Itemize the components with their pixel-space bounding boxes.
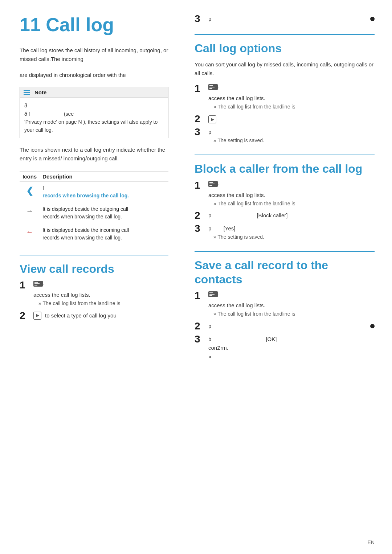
calllog-icon (208, 181, 219, 191)
svg-rect-1 (34, 282, 38, 283)
calllog-icon (208, 291, 219, 301)
options-step-1: 1 access the call log lists. The cal (195, 84, 375, 111)
svg-rect-18 (209, 295, 212, 296)
section-divider-block (195, 155, 375, 155)
step-content: access the call log lists. The call log … (208, 181, 375, 208)
step-number: 2 (20, 311, 33, 321)
bullet-dot (370, 17, 375, 21)
svg-rect-7 (209, 87, 215, 87)
step-content: access the call log lists. The call log … (208, 84, 375, 111)
section-divider-view (20, 255, 168, 255)
step-p-text: p (208, 15, 211, 23)
step-number: 3 (195, 127, 208, 137)
chapter-title: 11 Call log (20, 15, 168, 35)
step-content: p The setting is saved. (208, 128, 375, 144)
section-divider-save (195, 251, 375, 252)
icons-table: Icons Description ❮ f records when brows… (20, 172, 168, 245)
step-number: 3 (195, 14, 208, 24)
step-content: p (208, 322, 375, 331)
call-log-options-desc: You can sort your call log by missed cal… (195, 60, 375, 78)
step-number: 1 (20, 280, 33, 290)
block-step-1: 1 access the call log lists. The cal (195, 181, 375, 208)
save-step-3: 3 b [OK] conZrm. » (195, 335, 375, 361)
nav-icon: ▶ (33, 312, 41, 320)
save-step-1: 1 access the call log lists. The cal (195, 291, 375, 318)
step-content: p [Yes] The setting is saved. (208, 224, 375, 241)
bullet-dot (370, 324, 375, 328)
mid-text-2: The icons shown next to a call log entry… (20, 145, 168, 163)
step-number: 2 (195, 210, 208, 221)
step-2-view: 2 ▶ to select a type of call log you (20, 311, 168, 321)
step-content: p [Block caller] (208, 211, 375, 220)
svg-rect-11 (209, 182, 213, 183)
section-divider-options (195, 34, 375, 35)
note-header: Note (20, 87, 168, 98)
step-number: 3 (195, 223, 208, 234)
desc-incoming: It is displayed beside the incoming call… (40, 223, 168, 245)
step-content: access the call log lists. The call log … (208, 291, 375, 318)
step-number: 2 (195, 114, 208, 124)
step-content: ▶ (208, 115, 375, 124)
step-number: 2 (195, 321, 208, 331)
svg-rect-3 (34, 285, 37, 286)
step-content: ▶ to select a type of call log you (33, 311, 168, 320)
step-number: 3 (195, 334, 208, 344)
table-row: ❮ f records when browsing the call log. (20, 181, 168, 202)
col-icons: Icons (20, 172, 40, 181)
desc-missed: f records when browsing the call log. (40, 181, 168, 202)
note-line1: ð (24, 102, 164, 110)
svg-rect-2 (34, 283, 40, 284)
calllog-icon (208, 84, 219, 94)
note-box: Note ð ð f (see 'Privacy mode' on page N… (20, 87, 168, 138)
step-content: b [OK] conZrm. » (208, 335, 375, 361)
svg-rect-17 (209, 294, 215, 295)
step-number: 1 (195, 83, 208, 94)
intro-text: The call log stores the call history of … (20, 46, 168, 63)
call-log-options-title: Call log options (195, 41, 375, 55)
options-step-2: 2 ▶ (195, 115, 375, 124)
block-caller-title: Block a caller from the call log (195, 162, 375, 176)
nav-icon: ▶ (208, 115, 216, 123)
svg-rect-13 (209, 185, 212, 186)
block-step-3: 3 p [Yes] The setting is saved. (195, 224, 375, 241)
icons-section: Icons Description ❮ f records when brows… (20, 172, 168, 245)
calllog-icon (33, 281, 44, 291)
step-1-view: 1 access the call log lists. The cal (20, 281, 168, 307)
step-content: access the call log lists. The call log … (33, 281, 168, 307)
page-footer: EN (368, 539, 375, 545)
step-number: 1 (195, 180, 208, 190)
step-3-top: 3 p (195, 15, 375, 24)
svg-rect-12 (209, 184, 215, 184)
note-title: Note (34, 89, 46, 95)
icon-missed: ❮ (20, 181, 40, 202)
view-records-title: View call records (20, 262, 168, 276)
table-row: ← It is displayed beside the incoming ca… (20, 223, 168, 245)
icon-incoming: ← (20, 223, 40, 245)
col-description: Description (40, 172, 168, 181)
note-line2: ð f (see (24, 110, 164, 118)
desc-outgoing: It is displayed beside the outgoing call… (40, 202, 168, 223)
icon-outgoing: → (20, 202, 40, 223)
save-call-title: Save a call record to the contacts (195, 258, 375, 286)
mid-text-1: are displayed in chronological order wit… (20, 71, 168, 79)
note-lines-icon (24, 90, 30, 95)
options-step-3: 3 p The setting is saved. (195, 128, 375, 144)
step-number: 1 (195, 291, 208, 301)
block-step-2: 2 p [Block caller] (195, 211, 375, 221)
note-body: ð ð f (see 'Privacy mode' on page N ), t… (20, 98, 168, 138)
note-line3: 'Privacy mode' on page N ), these settin… (24, 118, 164, 134)
save-step-2: 2 p (195, 322, 375, 331)
svg-rect-6 (209, 85, 213, 86)
table-row: → It is displayed beside the outgoing ca… (20, 202, 168, 223)
step-content: p (208, 15, 375, 23)
svg-rect-16 (209, 292, 213, 293)
svg-rect-8 (209, 88, 212, 89)
